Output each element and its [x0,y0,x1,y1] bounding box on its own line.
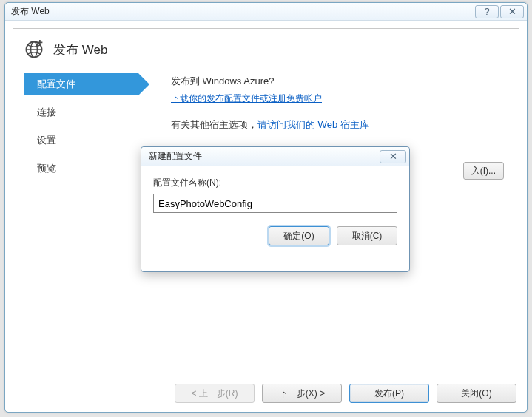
dialog-ok-button[interactable]: 确定(O) [269,226,329,245]
dialog-footer: 确定(O) 取消(C) [141,220,409,256]
wizard-title: 发布 Web [53,41,107,58]
close-button[interactable]: ✕ [500,5,524,18]
next-button-label: 下一步(X) > [279,387,325,400]
nav-item-preview[interactable]: 预览 [24,157,138,180]
close-icon: ✕ [389,151,397,162]
dialog-body: 配置文件名称(N): [141,166,409,220]
nav-item-label: 连接 [37,106,56,119]
help-button[interactable]: ? [475,5,499,18]
azure-question: 发布到 Windows Azure? [171,75,508,88]
nav-item-settings[interactable]: 设置 [24,129,138,152]
help-icon: ? [484,6,489,17]
publish-button[interactable]: 发布(P) [349,384,429,403]
dialog-cancel-label: 取消(C) [352,230,383,243]
nav-item-connection[interactable]: 连接 [24,101,138,123]
new-profile-dialog: 新建配置文件 ✕ 配置文件名称(N): 确定(O) 取消(C) [141,146,410,272]
nav-item-label: 预览 [37,162,56,175]
prev-button-label: < 上一步(R) [192,387,238,400]
wizard-nav: 配置文件 连接 设置 预览 [24,73,138,186]
dialog-title: 新建配置文件 [149,150,380,163]
dialog-close-button[interactable]: ✕ [380,150,406,163]
nav-item-label: 配置文件 [37,78,75,91]
wizard-footer: < 上一步(R) 下一步(X) > 发布(P) 关闭(O) [13,384,519,403]
close-wizard-button[interactable]: 关闭(O) [437,384,516,403]
dialog-cancel-button[interactable]: 取消(C) [337,226,397,245]
prev-button: < 上一步(R) [175,384,255,403]
window-titlebar: 发布 Web ? ✕ [5,3,527,21]
profile-name-label: 配置文件名称(N): [153,177,397,189]
web-host-gallery-link[interactable]: 请访问我们的 Web 宿主库 [257,119,369,130]
other-host-line: 有关其他宿主选项，请访问我们的 Web 宿主库 [171,118,508,132]
wizard-header: 发布 Web [13,29,519,66]
close-wizard-button-label: 关闭(O) [461,387,491,400]
window-title: 发布 Web [11,5,474,18]
profile-name-input[interactable] [153,194,397,213]
close-icon: ✕ [508,6,516,17]
nav-item-profile[interactable]: 配置文件 [24,73,138,95]
import-button[interactable]: 入(I)... [463,162,504,180]
nav-item-label: 设置 [37,134,56,147]
import-button-label: 入(I)... [471,165,496,177]
dialog-ok-label: 确定(O) [283,230,314,243]
next-button[interactable]: 下一步(X) > [262,384,342,403]
other-host-prefix: 有关其他宿主选项， [171,119,257,130]
download-profile-link[interactable]: 下载你的发布配置文件或注册免费帐户 [171,93,322,104]
dialog-titlebar: 新建配置文件 ✕ [141,147,409,166]
globe-publish-icon [24,39,44,60]
publish-button-label: 发布(P) [374,387,404,400]
